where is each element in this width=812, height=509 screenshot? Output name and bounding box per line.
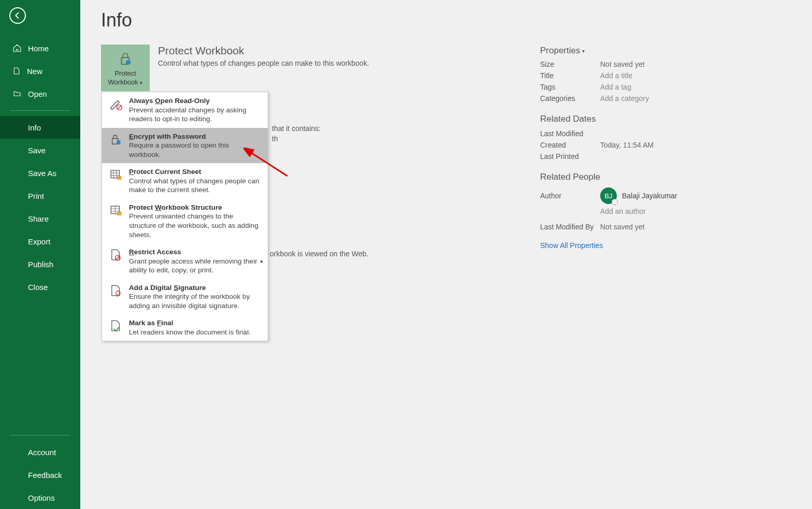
protect-workbook-menu: Always Open Read-OnlyPrevent accidental … xyxy=(102,92,268,341)
backstage-sidebar: Home New Open Info Save Save As Print Sh… xyxy=(0,0,80,509)
prop-title-label: Title xyxy=(540,71,600,80)
menu-open-read-only[interactable]: Always Open Read-OnlyPrevent accidental … xyxy=(102,92,268,128)
lock-shield-icon xyxy=(118,51,133,66)
doc-signature-icon xyxy=(109,284,123,298)
menu-mark-as-final[interactable]: Mark as FinalLet readers know the docume… xyxy=(102,314,268,341)
sidebar-label: Open xyxy=(28,90,47,98)
sidebar-item-home[interactable]: Home xyxy=(0,37,80,60)
sidebar-label: Print xyxy=(28,192,44,200)
sidebar-item-options[interactable]: Options xyxy=(0,486,80,509)
button-label-line1: Protect xyxy=(103,69,148,78)
section-description: Control what types of changes people can… xyxy=(158,59,369,67)
svg-line-18 xyxy=(116,256,120,260)
sidebar-item-close[interactable]: Close xyxy=(0,275,80,298)
lock-encrypt-icon xyxy=(109,133,123,147)
author-name[interactable]: Balaji Jayakumar xyxy=(622,192,677,200)
sidebar-item-save[interactable]: Save xyxy=(0,139,80,162)
new-doc-icon xyxy=(12,66,21,76)
sidebar-label: Feedback xyxy=(28,471,62,479)
sidebar-item-share[interactable]: Share xyxy=(0,207,80,230)
protect-workbook-button[interactable]: Protect Workbook ▾ xyxy=(101,45,150,91)
sidebar-item-account[interactable]: Account xyxy=(0,441,80,463)
doc-final-icon xyxy=(109,319,123,333)
prop-categories-label: Categories xyxy=(540,94,600,103)
prop-modified-label: Last Modified xyxy=(540,129,600,138)
menu-protect-structure[interactable]: Protect Workbook StructurePrevent unwant… xyxy=(102,199,268,243)
prop-printed-label: Last Printed xyxy=(540,152,600,161)
menu-restrict-access[interactable]: Restrict AccessGrant people access while… xyxy=(102,243,268,279)
svg-rect-11 xyxy=(117,176,121,180)
sidebar-item-print[interactable]: Print xyxy=(0,184,80,207)
author-avatar[interactable]: BJ xyxy=(600,187,617,204)
sidebar-item-feedback[interactable]: Feedback xyxy=(0,463,80,486)
properties-panel: Properties▾ SizeNot saved yet TitleAdd a… xyxy=(540,46,706,250)
menu-protect-sheet[interactable]: Protect Current SheetControl what types … xyxy=(102,163,268,199)
prop-tags-label: Tags xyxy=(540,83,600,91)
menu-add-signature[interactable]: Add a Digital SignatureEnsure the integr… xyxy=(102,279,268,315)
sidebar-item-info[interactable]: Info xyxy=(0,116,80,139)
obscured-text-frag1: that it contains: xyxy=(272,124,321,133)
sidebar-item-open[interactable]: Open xyxy=(0,82,80,105)
prop-size-value: Not saved yet xyxy=(600,60,645,68)
sidebar-label: Export xyxy=(28,237,50,246)
obscured-text-frag2: th xyxy=(272,135,278,143)
svg-point-5 xyxy=(117,140,121,144)
svg-point-1 xyxy=(126,60,130,65)
sidebar-label: Close xyxy=(28,283,48,292)
prop-created-label: Created xyxy=(540,141,600,149)
doc-restrict-icon xyxy=(109,249,123,262)
sidebar-label: Publish xyxy=(28,260,53,269)
sidebar-label: Home xyxy=(28,44,49,53)
sidebar-label: Save xyxy=(28,146,46,155)
pencil-readonly-icon xyxy=(109,97,123,111)
sidebar-item-saveas[interactable]: Save As xyxy=(0,162,80,184)
open-folder-icon xyxy=(12,90,22,98)
sheet-lock-icon xyxy=(109,168,123,182)
svg-line-3 xyxy=(118,106,121,109)
back-button[interactable] xyxy=(9,7,26,24)
sidebar-label: Options xyxy=(28,493,55,502)
prop-size-label: Size xyxy=(540,60,600,68)
back-arrow-icon xyxy=(13,11,22,20)
sidebar-label: Info xyxy=(28,123,41,132)
prop-tags-input[interactable]: Add a tag xyxy=(600,83,631,91)
obscured-text-frag3: orkbook is viewed on the Web. xyxy=(270,250,368,258)
prop-created-value: Today, 11:54 AM xyxy=(600,141,654,149)
sidebar-label: New xyxy=(27,67,42,76)
prop-lastmodby-label: Last Modified By xyxy=(540,223,600,231)
svg-rect-16 xyxy=(117,212,121,215)
properties-dropdown[interactable]: Properties▾ xyxy=(540,46,585,56)
section-heading: Protect Workbook xyxy=(158,45,369,57)
sidebar-item-new[interactable]: New xyxy=(0,60,80,82)
home-icon xyxy=(12,43,22,53)
prop-author-label: Author xyxy=(540,192,600,200)
button-label-line2: Workbook ▾ xyxy=(103,78,148,87)
prop-categories-input[interactable]: Add a category xyxy=(600,94,649,103)
add-author-input[interactable]: Add an author xyxy=(600,207,646,215)
sidebar-item-publish[interactable]: Publish xyxy=(0,253,80,275)
show-all-properties-link[interactable]: Show All Properties xyxy=(540,241,603,250)
prop-title-input[interactable]: Add a title xyxy=(600,71,632,80)
menu-encrypt-with-password[interactable]: Encrypt with PasswordRequire a password … xyxy=(102,128,268,164)
page-title: Info xyxy=(101,9,812,31)
sidebar-item-export[interactable]: Export xyxy=(0,230,80,253)
prop-lastmodby-value: Not saved yet xyxy=(600,223,645,231)
sidebar-label: Share xyxy=(28,214,49,223)
related-dates-heading: Related Dates xyxy=(540,114,706,124)
submenu-arrow-icon: ▸ xyxy=(260,258,264,265)
workbook-lock-icon xyxy=(109,204,123,217)
sidebar-label: Account xyxy=(28,448,56,457)
sidebar-label: Save As xyxy=(28,169,56,178)
related-people-heading: Related People xyxy=(540,172,706,182)
